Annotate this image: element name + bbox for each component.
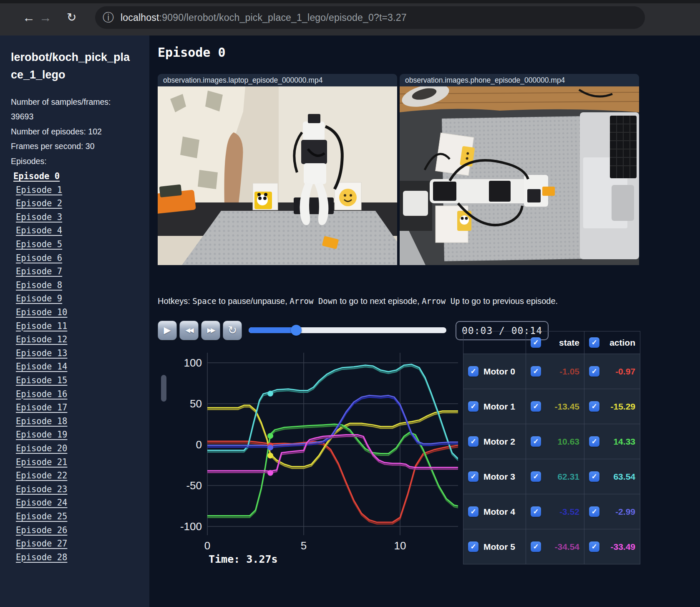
reload-icon[interactable]: ↻ <box>67 9 76 26</box>
action-value: -15.29 <box>610 402 635 412</box>
action-cell: ✓63.54 <box>584 459 640 494</box>
dataset-title: lerobot/koch_pick_place_1_lego <box>11 49 136 84</box>
episode-link[interactable]: Episode 19 <box>11 428 149 442</box>
url-bar[interactable]: ⓘ localhost:9090/lerobot/koch_pick_place… <box>95 6 645 29</box>
dataset-info: Number of samples/frames: 39693Number of… <box>11 95 128 169</box>
action-value: -2.99 <box>615 507 635 517</box>
motor-table: ✓state✓action ✓Motor 0✓-1.05✓-0.97✓Motor… <box>463 331 640 564</box>
action-checkbox[interactable]: ✓ <box>589 436 599 447</box>
episode-link[interactable]: Episode 22 <box>11 469 149 483</box>
episode-link[interactable]: Episode 2 <box>11 197 149 210</box>
episode-link[interactable]: Episode 0 <box>11 169 149 183</box>
column-checkbox-state[interactable]: ✓ <box>531 337 541 348</box>
action-checkbox[interactable]: ✓ <box>589 401 599 412</box>
motor-checkbox[interactable]: ✓ <box>468 401 478 412</box>
action-checkbox[interactable]: ✓ <box>589 366 599 377</box>
hotkeys-segment: to go to next episode, <box>337 296 422 306</box>
state-checkbox[interactable]: ✓ <box>531 401 541 412</box>
episode-link[interactable]: Episode 15 <box>11 374 149 387</box>
episode-link[interactable]: Episode 11 <box>11 319 149 333</box>
episode-link[interactable]: Episode 8 <box>11 278 149 292</box>
url-text: localhost:9090/lerobot/koch_pick_place_1… <box>121 12 407 23</box>
episode-link[interactable]: Episode 17 <box>11 401 149 415</box>
motor-label-cell: ✓Motor 5 <box>463 529 526 564</box>
episode-link[interactable]: Episode 9 <box>11 292 149 306</box>
state-checkbox[interactable]: ✓ <box>531 366 541 377</box>
url-path: :9090/lerobot/koch_pick_place_1_lego/epi… <box>159 12 407 23</box>
motor-label: Motor 4 <box>483 507 515 517</box>
y-tick-label: 100 <box>184 357 202 369</box>
motor-checkbox[interactable]: ✓ <box>468 541 478 552</box>
smiley-box <box>335 182 361 210</box>
hotkey-key: Arrow Down <box>290 296 337 306</box>
episode-link[interactable]: Episode 6 <box>11 251 149 265</box>
action-value: 63.54 <box>613 472 635 482</box>
motor-label-cell: ✓Motor 2 <box>463 424 526 459</box>
x-tick-label: 5 <box>301 539 307 552</box>
window-top-strip <box>0 0 700 3</box>
site-info-icon[interactable]: ⓘ <box>103 10 114 25</box>
video-panel-laptop[interactable]: observation.images.laptop_episode_000000… <box>158 74 397 265</box>
episode-link[interactable]: Episode 24 <box>11 496 149 510</box>
action-checkbox[interactable]: ✓ <box>589 506 599 517</box>
episode-link[interactable]: Episode 25 <box>11 510 149 524</box>
hotkey-key: Arrow Up <box>422 296 460 306</box>
state-value: -13.45 <box>554 402 579 412</box>
state-checkbox[interactable]: ✓ <box>531 471 541 482</box>
column-label: state <box>559 338 579 348</box>
column-header-state: ✓state <box>526 331 584 354</box>
episode-link[interactable]: Episode 5 <box>11 238 149 251</box>
episode-link[interactable]: Episode 14 <box>11 360 149 374</box>
column-header-action: ✓action <box>584 331 640 354</box>
state-cell: ✓62.31 <box>526 459 584 494</box>
hotkey-key: Space <box>192 296 216 306</box>
chart-marker-Motor-5 <box>267 470 273 476</box>
motor-checkbox[interactable]: ✓ <box>468 506 478 517</box>
episode-link[interactable]: Episode 1 <box>11 183 149 197</box>
episode-link[interactable]: Episode 28 <box>11 551 149 564</box>
chart-line-action-Motor-0 <box>207 441 458 522</box>
episode-link[interactable]: Episode 23 <box>11 483 149 496</box>
episode-link[interactable]: Episode 10 <box>11 306 149 319</box>
action-value: -33.49 <box>610 542 635 552</box>
state-checkbox[interactable]: ✓ <box>531 541 541 552</box>
episode-link[interactable]: Episode 26 <box>11 524 149 537</box>
state-value: 10.63 <box>557 437 579 447</box>
episode-link[interactable]: Episode 12 <box>11 333 149 346</box>
action-checkbox[interactable]: ✓ <box>589 471 599 482</box>
chart-time-label: Time: 3.27s <box>209 553 278 565</box>
episode-link[interactable]: Episode 20 <box>11 442 149 455</box>
table-row: ✓Motor 0✓-1.05✓-0.97 <box>463 354 640 389</box>
column-checkbox-action[interactable]: ✓ <box>589 337 599 348</box>
state-value: 62.31 <box>557 472 579 482</box>
episode-link[interactable]: Episode 7 <box>11 265 149 278</box>
y-tick-label: 0 <box>196 438 202 451</box>
motor-checkbox[interactable]: ✓ <box>468 436 478 447</box>
state-cell: ✓-13.45 <box>526 389 584 424</box>
state-checkbox[interactable]: ✓ <box>531 506 541 517</box>
video-frame-laptop-camera <box>158 86 397 265</box>
episode-link[interactable]: Episode 27 <box>11 537 149 551</box>
episode-link[interactable]: Episode 18 <box>11 415 149 428</box>
video-title: observation.images.laptop_episode_000000… <box>158 74 397 86</box>
motor-checkbox[interactable]: ✓ <box>468 366 478 377</box>
episode-link[interactable]: Episode 4 <box>11 224 149 238</box>
forward-icon[interactable]: → <box>39 9 52 26</box>
video-panel-phone[interactable]: observation.images.phone_episode_000000.… <box>400 74 639 265</box>
action-cell: ✓-0.97 <box>584 354 640 389</box>
motor-label: Motor 2 <box>483 437 515 447</box>
column-label: action <box>609 338 635 348</box>
action-checkbox[interactable]: ✓ <box>589 541 599 552</box>
action-cell: ✓-15.29 <box>584 389 640 424</box>
state-cell: ✓-1.05 <box>526 354 584 389</box>
motor-checkbox[interactable]: ✓ <box>468 471 478 482</box>
back-icon[interactable]: ← <box>23 9 35 26</box>
episode-link[interactable]: Episode 3 <box>11 210 149 224</box>
episode-link[interactable]: Episode 21 <box>11 455 149 469</box>
episode-link[interactable]: Episode 16 <box>11 387 149 401</box>
state-checkbox[interactable]: ✓ <box>531 436 541 447</box>
chart-marker-Motor-1 <box>267 453 273 458</box>
url-host: localhost <box>121 12 159 23</box>
dataset-info-line: Frames per second: 30 <box>11 139 128 154</box>
episode-link[interactable]: Episode 13 <box>11 346 149 360</box>
